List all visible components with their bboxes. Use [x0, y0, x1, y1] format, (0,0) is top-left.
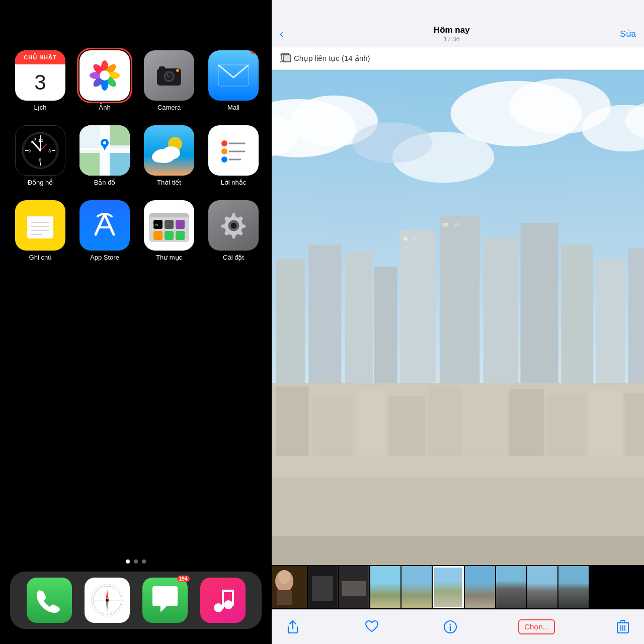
svg-rect-68: [153, 231, 163, 240]
thumb-svg-3: [339, 566, 368, 608]
svg-text:12: 12: [38, 138, 43, 143]
app-label-donghо: Đồng hồ: [28, 179, 53, 186]
app-bando[interactable]: Bản đồ: [79, 125, 130, 186]
svg-rect-74: [176, 220, 185, 229]
svg-rect-131: [429, 387, 461, 456]
svg-rect-148: [312, 576, 333, 601]
svg-text:6: 6: [39, 157, 41, 163]
svg-point-88: [214, 603, 223, 612]
app-label-loinhac: Lời nhắc: [221, 179, 247, 186]
app-loinhac[interactable]: Lời nhắc: [208, 125, 259, 186]
svg-line-61: [105, 214, 114, 234]
svg-rect-39: [110, 153, 130, 176]
mail-icon-svg: [218, 64, 249, 87]
app-label-thumuc: Thư mục: [156, 254, 182, 261]
info-button[interactable]: [439, 616, 461, 638]
dock-music[interactable]: [200, 578, 246, 623]
dock: 194: [10, 572, 262, 629]
heart-button[interactable]: [361, 616, 383, 638]
svg-point-50: [221, 148, 227, 154]
app-lich[interactable]: CHỦ NHẬT 3 Lịch: [15, 50, 65, 111]
svg-rect-95: [284, 55, 291, 62]
svg-rect-133: [509, 389, 543, 456]
svg-point-105: [352, 122, 432, 163]
thumbnail-1[interactable]: [272, 566, 307, 608]
svg-line-60: [96, 214, 105, 234]
toolbar-bottom: Chọn...: [272, 609, 644, 644]
header-title-group: Hôm nay 17:36: [434, 25, 470, 43]
thumbnail-strip[interactable]: [272, 565, 644, 609]
chon-button[interactable]: Chọn...: [518, 619, 555, 634]
thumbnail-6-selected[interactable]: [433, 566, 464, 608]
app-camera[interactable]: Camera: [144, 50, 194, 111]
dot-1: [126, 559, 130, 564]
svg-point-153: [450, 624, 451, 625]
thumbnail-2[interactable]: [308, 566, 338, 608]
calendar-month: CHỦ NHẬT: [15, 50, 65, 64]
app-grid: CHỦ NHẬT 3 Lịch: [0, 20, 272, 271]
app-label-appstore: App Store: [90, 254, 119, 261]
svg-rect-136: [624, 393, 644, 455]
svg-text:3: 3: [48, 148, 51, 153]
svg-text:tv: tv: [155, 223, 158, 226]
app-mail[interactable]: 41 Mail: [208, 50, 259, 111]
svg-rect-127: [276, 386, 308, 455]
svg-rect-129: [356, 390, 385, 456]
page-indicator: [0, 559, 272, 564]
svg-point-87: [106, 599, 109, 602]
svg-point-14: [167, 74, 169, 76]
svg-text:9: 9: [28, 148, 31, 153]
app-caidat[interactable]: Cài đặt: [208, 200, 259, 261]
thumbnail-10[interactable]: [558, 566, 589, 608]
city-photo-svg: [272, 70, 644, 565]
svg-point-16: [176, 69, 179, 72]
svg-point-33: [39, 149, 41, 151]
folder-icon-svg: tv +: [146, 203, 192, 248]
burst-label-bar: Chụp liên tục (14 ảnh): [272, 47, 644, 70]
svg-rect-150: [342, 581, 366, 596]
thumbnail-5[interactable]: [401, 566, 432, 608]
main-photo[interactable]: [272, 70, 644, 565]
thumbnail-8[interactable]: [496, 566, 526, 608]
messages-icon-svg: [150, 586, 180, 614]
iphone-home-screen: CHỦ NHẬT 3 Lịch: [0, 0, 272, 644]
svg-point-89: [224, 600, 233, 609]
thumbnail-9[interactable]: [527, 566, 557, 608]
delete-button[interactable]: [612, 616, 634, 638]
burst-icon-svg: [280, 53, 291, 63]
app-label-lich: Lịch: [34, 104, 47, 111]
info-icon: [444, 620, 457, 633]
svg-point-9: [100, 70, 110, 80]
app-donghо[interactable]: 12 3 6 9 8 9 Đồng hồ: [15, 125, 65, 186]
back-button[interactable]: ‹: [280, 28, 283, 41]
app-thumuc[interactable]: tv + Thư mục: [144, 200, 194, 261]
photos-icon-svg: [87, 58, 122, 93]
app-label-anh: Ảnh: [99, 104, 110, 111]
dock-messages[interactable]: 194: [142, 578, 188, 623]
photos-header: ‹ Hôm nay 17:36 Sửa: [272, 0, 644, 47]
share-button[interactable]: [282, 616, 304, 638]
thumbnail-3[interactable]: [339, 566, 369, 608]
app-thoitiet[interactable]: Thời tiết: [144, 125, 194, 186]
heart-icon: [365, 620, 379, 633]
svg-rect-55: [27, 212, 53, 216]
app-label-mail: Mail: [227, 104, 239, 111]
clock-icon-svg: 12 3 6 9 8 9: [20, 130, 60, 171]
thumbnail-7[interactable]: [465, 566, 495, 608]
edit-button[interactable]: Sửa: [620, 29, 636, 39]
app-label-caidat: Cài đặt: [223, 254, 244, 261]
app-anh[interactable]: Ảnh: [79, 50, 130, 111]
thumbnail-4[interactable]: [370, 566, 400, 608]
dock-safari[interactable]: [85, 578, 130, 623]
svg-rect-128: [312, 397, 353, 456]
svg-rect-132: [465, 393, 505, 455]
app-appstore[interactable]: App Store: [79, 200, 130, 261]
app-label-camera: Camera: [157, 104, 181, 111]
dock-phone[interactable]: [27, 578, 72, 623]
app-ghichu[interactable]: Ghi chú: [15, 200, 65, 261]
calendar-day: 3: [34, 64, 46, 101]
svg-rect-146: [277, 590, 292, 605]
svg-point-80: [230, 222, 236, 228]
svg-rect-122: [443, 223, 448, 226]
app-label-ghichu: Ghi chú: [29, 254, 52, 261]
